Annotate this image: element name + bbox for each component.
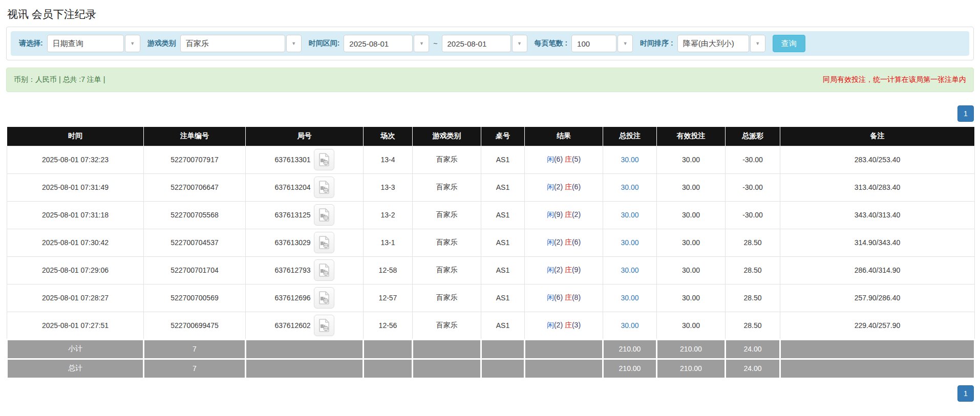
total-bet-cell: 30.00 (603, 312, 657, 339)
payout-cell: -30.00 (726, 173, 780, 201)
valid-bet-cell: 30.00 (657, 201, 726, 229)
table-row: 2025-08-01 07:28:27522700700569637612696… (7, 284, 975, 312)
result-cell: 闲(2) 庄(3) (525, 312, 603, 339)
result-cell: 闲(6) 庄(8) (525, 284, 603, 312)
video-replay-icon[interactable] (314, 204, 334, 226)
page-1-button[interactable]: 1 (957, 385, 974, 402)
table-number-cell: AS1 (481, 201, 525, 229)
game-type-cell: 百家乐 (413, 201, 481, 229)
total-bet-link[interactable]: 30.00 (621, 211, 638, 219)
video-replay-icon[interactable] (314, 232, 334, 253)
player-score: (2) (554, 183, 565, 191)
round-number-cell: 637613029 (246, 229, 364, 256)
banker-result: 庄 (565, 210, 572, 218)
game-type-cell: 百家乐 (413, 284, 481, 312)
total-bet-link[interactable]: 30.00 (621, 238, 638, 247)
total-row-cell-2 (246, 359, 364, 378)
date-from-picker[interactable]: 2025-08-01 ▼ (344, 35, 429, 52)
session-cell: 12-57 (364, 284, 413, 312)
total-bet-link[interactable]: 30.00 (621, 266, 638, 274)
table-number-cell: AS1 (481, 256, 525, 284)
per-page-value: 100 (571, 35, 616, 52)
payout-cell: -30.00 (726, 201, 780, 229)
total-row-cell-10 (780, 359, 975, 378)
banker-result: 庄 (565, 183, 572, 191)
summary-notice: 同局有效投注，统一计算在该局第一张注单内 (823, 75, 966, 84)
column-header: 总派彩 (726, 127, 780, 146)
time-range-label: 时间区间: (309, 39, 340, 48)
valid-bet-cell: 30.00 (657, 229, 726, 256)
page-1-button[interactable]: 1 (957, 105, 974, 122)
player-score: (6) (554, 293, 565, 301)
player-score: (2) (554, 238, 565, 246)
query-type-select[interactable]: 日期查询 ▼ (47, 35, 140, 52)
video-replay-icon[interactable] (314, 287, 334, 309)
player-result: 闲 (547, 155, 554, 163)
time-cell: 2025-08-01 07:31:49 (7, 173, 144, 201)
video-replay-icon[interactable] (314, 149, 334, 170)
round-number: 637613125 (274, 211, 310, 219)
round-number: 637612696 (274, 294, 310, 302)
chevron-down-icon[interactable]: ▼ (512, 35, 527, 52)
video-replay-icon[interactable] (314, 177, 334, 198)
bet-number-cell: 522700700569 (144, 284, 246, 312)
table-row: 2025-08-01 07:29:06522700701704637612793… (7, 256, 975, 284)
payout-cell: 28.50 (726, 312, 780, 339)
total-bet-link[interactable]: 30.00 (621, 156, 638, 164)
bet-number-cell: 522700701704 (144, 256, 246, 284)
time-cell: 2025-08-01 07:27:51 (7, 312, 144, 339)
bet-number-cell: 522700707917 (144, 146, 246, 173)
date-from-value: 2025-08-01 (344, 35, 413, 52)
game-type-select[interactable]: 百家乐 ▼ (180, 35, 302, 52)
total-bet-link[interactable]: 30.00 (621, 294, 638, 302)
session-cell: 12-58 (364, 256, 413, 284)
date-to-value: 2025-08-01 (442, 35, 511, 52)
filter-bar: 请选择: 日期查询 ▼ 游戏类别 百家乐 ▼ 时间区间: 2025-08-01 … (11, 31, 969, 56)
table-row: 2025-08-01 07:30:42522700704537637613029… (7, 229, 975, 256)
sort-order-select[interactable]: 降幂(由大到小) ▼ (677, 35, 765, 52)
round-number: 637613029 (274, 238, 310, 247)
date-to-picker[interactable]: 2025-08-01 ▼ (442, 35, 527, 52)
total-row-cell-1: 7 (144, 359, 246, 378)
column-header: 注单编号 (144, 127, 246, 146)
payout-cell: 28.50 (726, 229, 780, 256)
total-row-cell-0: 总计 (7, 359, 144, 378)
table-number-cell: AS1 (481, 312, 525, 339)
subtotal-row-cell-1: 7 (144, 339, 246, 359)
banker-result: 庄 (565, 293, 572, 301)
game-type-cell: 百家乐 (413, 312, 481, 339)
player-result: 闲 (547, 321, 554, 329)
valid-bet-cell: 30.00 (657, 173, 726, 201)
remark-cell: 286.40/314.90 (780, 256, 975, 284)
result-cell: 闲(2) 庄(9) (525, 256, 603, 284)
banker-score: (2) (572, 210, 581, 218)
total-bet-cell: 30.00 (603, 284, 657, 312)
bet-number-cell: 522700704537 (144, 229, 246, 256)
chevron-down-icon[interactable]: ▼ (750, 35, 765, 52)
summary-currency-total: 币别：人民币 | 总共 :7 注单 | (14, 75, 105, 84)
column-header: 有效投注 (657, 127, 726, 146)
search-button[interactable]: 查询 (773, 35, 805, 52)
table-number-cell: AS1 (481, 146, 525, 173)
total-row-cell-3 (364, 359, 413, 378)
chevron-down-icon[interactable]: ▼ (414, 35, 429, 52)
result-cell: 闲(2) 庄(6) (525, 173, 603, 201)
total-bet-cell: 30.00 (603, 229, 657, 256)
subtotal-row-cell-8: 210.00 (657, 339, 726, 359)
chevron-down-icon[interactable]: ▼ (286, 35, 302, 52)
total-bet-link[interactable]: 30.00 (621, 321, 638, 330)
video-replay-icon[interactable] (314, 259, 334, 281)
chevron-down-icon[interactable]: ▼ (125, 35, 140, 52)
total-bet-link[interactable]: 30.00 (621, 183, 638, 191)
round-number-cell: 637612602 (246, 312, 364, 339)
sort-order-value: 降幂(由大到小) (677, 35, 749, 52)
session-cell: 13-1 (364, 229, 413, 256)
chevron-down-icon[interactable]: ▼ (617, 35, 633, 52)
result-cell: 闲(6) 庄(5) (525, 146, 603, 173)
result-cell: 闲(9) 庄(2) (525, 201, 603, 229)
video-replay-icon[interactable] (314, 315, 334, 336)
valid-bet-cell: 30.00 (657, 146, 726, 173)
bet-number-cell: 522700706647 (144, 173, 246, 201)
pagination-bottom: 1 (6, 385, 974, 402)
per-page-select[interactable]: 100 ▼ (571, 35, 633, 52)
